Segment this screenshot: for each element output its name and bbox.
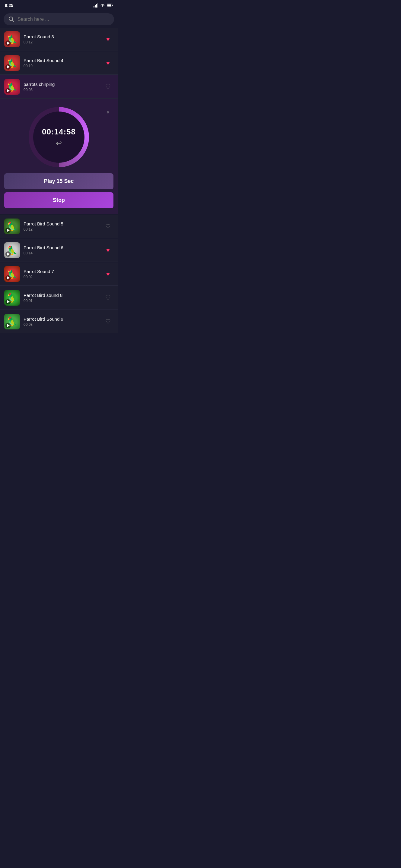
play-overlay xyxy=(5,323,11,328)
favorite-button[interactable]: ♡ xyxy=(103,316,113,327)
list-item[interactable]: 🦜 Parrot Bird Sound 4 00:19 ♥ xyxy=(0,52,118,75)
sound-thumbnail: 🦜 xyxy=(4,242,20,258)
wifi-icon xyxy=(100,3,105,7)
sound-list: 🦜 Parrot Sound 3 00:12 ♥ 🦜 Parrot Bird S… xyxy=(0,28,118,333)
close-button[interactable]: × xyxy=(103,107,113,118)
favorite-button[interactable]: ♥ xyxy=(103,58,113,68)
svg-rect-5 xyxy=(112,5,113,6)
sound-duration: 00:03 xyxy=(24,88,99,92)
play-overlay xyxy=(5,88,11,93)
svg-rect-3 xyxy=(97,3,98,7)
sound-title: Parrot Sound 7 xyxy=(24,269,99,274)
heart-filled-icon: ♥ xyxy=(106,60,110,67)
list-item[interactable]: 🦜 Parrot Sound 7 00:02 ♥ xyxy=(0,262,118,286)
favorite-button[interactable]: ♥ xyxy=(103,245,113,255)
heart-empty-icon: ♡ xyxy=(105,83,111,90)
timer-display: 00:14:58 xyxy=(42,127,76,136)
play-overlay xyxy=(5,251,11,257)
heart-empty-icon: ♡ xyxy=(105,318,111,325)
timer-circle-container: 00:14:58 ↩ × xyxy=(4,107,113,167)
status-icons xyxy=(93,3,113,7)
sound-title: Parrot Bird Sound 4 xyxy=(24,58,99,63)
play-triangle-icon xyxy=(7,41,10,44)
sound-thumbnail: 🦜 xyxy=(4,266,20,282)
svg-point-7 xyxy=(9,17,13,21)
favorite-button[interactable]: ♥ xyxy=(103,269,113,279)
sound-thumbnail: 🦜 xyxy=(4,79,20,95)
sound-duration: 00:19 xyxy=(24,64,99,68)
play-overlay xyxy=(5,64,11,70)
heart-filled-icon: ♥ xyxy=(106,271,110,278)
sound-title: parrots chirping xyxy=(24,82,99,87)
sound-info: Parrot Bird Sound 6 00:14 xyxy=(24,245,99,255)
sound-duration: 00:12 xyxy=(24,227,99,231)
sound-info: Parrot Sound 7 00:02 xyxy=(24,269,99,279)
sound-duration: 00:03 xyxy=(24,322,99,327)
sound-title: Parrot Bird Sound 9 xyxy=(24,316,99,321)
favorite-button[interactable]: ♡ xyxy=(103,221,113,232)
heart-filled-icon: ♥ xyxy=(106,36,110,43)
search-input[interactable] xyxy=(18,17,109,22)
battery-icon xyxy=(107,4,113,7)
favorite-button[interactable]: ♡ xyxy=(103,82,113,92)
timer-circle: 00:14:58 ↩ xyxy=(29,107,89,167)
sound-info: Parrot Bird sound 8 00:01 xyxy=(24,293,99,303)
replay-icon[interactable]: ↩ xyxy=(56,139,62,147)
svg-rect-2 xyxy=(96,4,97,7)
sound-duration: 00:02 xyxy=(24,275,99,279)
signal-icon xyxy=(93,3,98,7)
sound-title: Parrot Bird sound 8 xyxy=(24,293,99,298)
sound-duration: 00:14 xyxy=(24,251,99,255)
sound-title: Parrot Bird Sound 5 xyxy=(24,221,99,226)
play-triangle-icon xyxy=(7,65,10,68)
sound-thumbnail: 🦜 xyxy=(4,290,20,306)
heart-filled-icon: ♥ xyxy=(106,247,110,254)
favorite-button[interactable]: ♥ xyxy=(103,34,113,44)
search-icon xyxy=(8,16,15,22)
play-triangle-icon xyxy=(7,229,10,232)
list-item[interactable]: 🦜 Parrot Bird Sound 6 00:14 ♥ xyxy=(0,239,118,262)
list-item[interactable]: 🦜 Parrot Bird Sound 5 00:12 ♡ xyxy=(0,215,118,238)
play-triangle-icon xyxy=(7,276,10,279)
sound-thumbnail: 🦜 xyxy=(4,218,20,234)
list-item-active[interactable]: 🦜 parrots chirping 00:03 ♡ xyxy=(0,75,118,98)
list-item[interactable]: 🦜 Parrot Bird sound 8 00:01 ♡ xyxy=(0,286,118,310)
svg-rect-6 xyxy=(107,4,111,7)
play-triangle-icon xyxy=(7,324,10,327)
list-item[interactable]: 🦜 Parrot Sound 3 00:12 ♥ xyxy=(0,28,118,51)
stop-button[interactable]: Stop xyxy=(4,192,113,208)
status-bar: 9:25 xyxy=(0,0,118,11)
sound-info: Parrot Bird Sound 9 00:03 xyxy=(24,316,99,327)
play-overlay xyxy=(5,299,11,304)
sound-duration: 00:01 xyxy=(24,299,99,303)
list-item[interactable]: 🦜 Parrot Bird Sound 9 00:03 ♡ xyxy=(0,310,118,333)
svg-line-8 xyxy=(12,20,14,22)
close-icon: × xyxy=(107,110,110,116)
svg-rect-0 xyxy=(93,6,94,7)
search-bar[interactable] xyxy=(4,13,114,25)
sound-thumbnail: 🦜 xyxy=(4,31,20,47)
player-panel: 00:14:58 ↩ × Play 15 Sec Stop xyxy=(0,99,118,214)
sound-title: Parrot Sound 3 xyxy=(24,34,99,39)
sound-info: Parrot Bird Sound 4 00:19 xyxy=(24,58,99,68)
play-triangle-icon xyxy=(7,300,10,303)
play-overlay xyxy=(5,40,11,46)
timer-circle-inner: 00:14:58 ↩ xyxy=(33,112,85,163)
sound-duration: 00:12 xyxy=(24,40,99,44)
play-overlay xyxy=(5,227,11,233)
sound-thumbnail: 🦜 xyxy=(4,314,20,330)
sound-info: Parrot Bird Sound 5 00:12 xyxy=(24,221,99,231)
play-overlay xyxy=(5,275,11,281)
play-15-sec-button[interactable]: Play 15 Sec xyxy=(4,173,113,189)
sound-title: Parrot Bird Sound 6 xyxy=(24,245,99,250)
sound-info: Parrot Sound 3 00:12 xyxy=(24,34,99,44)
status-time: 9:25 xyxy=(5,3,13,8)
favorite-button[interactable]: ♡ xyxy=(103,292,113,303)
play-triangle-icon xyxy=(7,89,10,92)
sound-info: parrots chirping 00:03 xyxy=(24,82,99,92)
sound-thumbnail: 🦜 xyxy=(4,55,20,71)
svg-rect-1 xyxy=(95,5,96,7)
play-triangle-icon xyxy=(7,253,10,255)
heart-empty-icon: ♡ xyxy=(105,223,111,230)
heart-empty-icon: ♡ xyxy=(105,294,111,301)
